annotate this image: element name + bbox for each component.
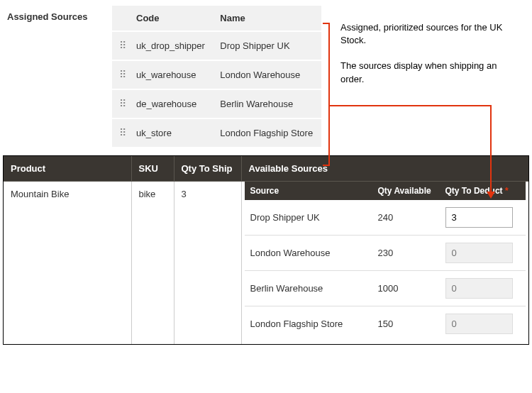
qty-header: Qty To Ship — [174, 156, 241, 182]
source-row: Berlin Warehouse 1000 — [245, 271, 526, 306]
source-header: Source — [245, 182, 372, 200]
annotation-text-2: The sources display when shipping an ord… — [340, 60, 518, 85]
source-code: uk_drop_shipper — [129, 31, 213, 60]
source-name-cell: Drop Shipper UK — [245, 200, 372, 236]
required-asterisk-icon: * — [505, 186, 509, 196]
qty-available-cell: 240 — [372, 200, 440, 236]
source-name-cell: London Flagship Store — [245, 306, 372, 342]
table-row: de_warehouse Berlin Warehouse — [112, 89, 321, 118]
qty-deduct-input — [445, 314, 513, 334]
name-header: Name — [213, 6, 321, 31]
qty-available-cell: 150 — [372, 306, 440, 342]
code-header: Code — [129, 6, 213, 31]
drag-header — [112, 6, 129, 31]
drag-handle-icon[interactable] — [119, 40, 126, 50]
source-row: London Warehouse 230 — [245, 236, 526, 271]
drag-handle-icon[interactable] — [119, 70, 126, 79]
qty-deduct-header: Qty To Deduct * — [440, 182, 526, 200]
source-name: Drop Shipper UK — [213, 31, 321, 60]
source-name-cell: London Warehouse — [245, 236, 372, 271]
source-name: London Flagship Store — [213, 118, 321, 147]
source-name-cell: Berlin Warehouse — [245, 271, 372, 306]
qty-deduct-input — [445, 278, 513, 299]
annotation-bracket-icon — [328, 23, 330, 165]
annotation-line-icon — [328, 105, 492, 106]
assigned-sources-label: Assigned Sources — [6, 6, 112, 28]
qty-available-cell: 1000 — [372, 271, 440, 306]
table-row: uk_drop_shipper Drop Shipper UK — [112, 31, 321, 60]
source-row: Drop Shipper UK 240 — [245, 200, 526, 236]
shipment-table: Product SKU Qty To Ship Available Source… — [4, 156, 528, 344]
table-row: uk_warehouse London Warehouse — [112, 60, 321, 89]
table-row: uk_store London Flagship Store — [112, 118, 321, 147]
source-name: London Warehouse — [213, 60, 321, 89]
source-name: Berlin Warehouse — [213, 89, 321, 118]
drag-handle-icon[interactable] — [119, 128, 126, 138]
annotation-text-1: Assigned, prioritized sources for the UK… — [340, 21, 518, 47]
source-code: uk_warehouse — [129, 60, 213, 89]
source-code: uk_store — [129, 118, 213, 147]
assigned-sources-section: Assigned Sources Code Name uk_drop_shipp… — [0, 0, 532, 153]
product-header: Product — [4, 156, 131, 182]
annotations-panel: Assigned, prioritized sources for the UK… — [340, 21, 518, 99]
annotation-arrow-icon — [490, 105, 492, 196]
available-sources-header: Available Sources — [241, 156, 528, 182]
product-sku: bike — [131, 182, 174, 345]
sku-header: SKU — [131, 156, 174, 182]
shipment-row: Mountain Bike bike 3 Source Qty Availabl… — [4, 182, 528, 345]
annotation-arrowhead-icon — [487, 192, 495, 199]
qty-deduct-input — [445, 243, 513, 263]
source-code: de_warehouse — [129, 89, 213, 118]
qty-available-header: Qty Available — [372, 182, 440, 200]
qty-to-ship: 3 — [174, 182, 241, 345]
shipment-section: Product SKU Qty To Ship Available Source… — [3, 155, 529, 345]
qty-deduct-input[interactable] — [445, 207, 513, 228]
qty-available-cell: 230 — [372, 236, 440, 271]
assigned-sources-table: Code Name uk_drop_shipper Drop Shipper U… — [112, 6, 321, 147]
drag-handle-icon[interactable] — [119, 99, 126, 109]
available-sources-table: Source Qty Available Qty To Deduct * Dro… — [245, 182, 526, 341]
source-row: London Flagship Store 150 — [245, 306, 526, 342]
product-name: Mountain Bike — [4, 182, 131, 345]
annotation-bracket-icon — [323, 165, 330, 166]
